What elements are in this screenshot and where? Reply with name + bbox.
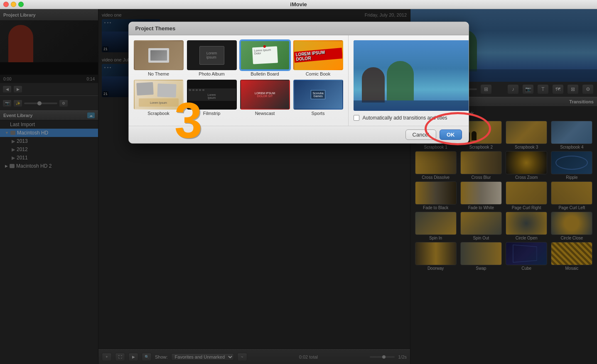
theme-thumb-scrapbook: Lorem Ipsum bbox=[134, 80, 184, 110]
theme-label-photo-album: Photo Album bbox=[199, 71, 224, 76]
dialog-right: Automatically add transitions and titles bbox=[349, 35, 469, 126]
dialog-checkbox[interactable] bbox=[354, 115, 359, 121]
zoom-button[interactable] bbox=[18, 2, 24, 7]
theme-thumb-no-theme bbox=[134, 40, 184, 70]
theme-item-sports[interactable]: ScorubaGames Sports bbox=[293, 80, 343, 116]
dialog-overlay: Project Themes No Theme bbox=[0, 9, 597, 364]
theme-item-photo-album[interactable]: Loremipsum Photo Album bbox=[187, 40, 237, 76]
theme-label-bulletin-board: Bulletin Board bbox=[251, 71, 279, 76]
cancel-button[interactable]: Cancel bbox=[405, 129, 436, 140]
pin bbox=[263, 45, 265, 48]
dialog-checkbox-label: Automatically add transitions and titles bbox=[363, 115, 447, 121]
theme-label-scrapbook: Scrapbook bbox=[147, 111, 170, 116]
themes-grid: No Theme Loremipsum Photo Album bbox=[134, 40, 343, 116]
theme-label-filmstrip: Filmstrip bbox=[203, 111, 221, 116]
project-themes-dialog: Project Themes No Theme bbox=[128, 22, 469, 144]
pinned-paper: Lorem IpsumDolor bbox=[252, 46, 278, 64]
minimize-button[interactable] bbox=[11, 2, 16, 7]
theme-thumb-photo-album: Loremipsum bbox=[187, 40, 237, 70]
ok-button[interactable]: OK bbox=[440, 129, 462, 140]
theme-item-scrapbook[interactable]: Lorem Ipsum Scrapbook bbox=[134, 80, 184, 116]
dialog-body: No Theme Loremipsum Photo Album bbox=[129, 35, 469, 126]
theme-item-no-theme[interactable]: No Theme bbox=[134, 40, 184, 76]
dialog-checkbox-row: Automatically add transitions and titles bbox=[354, 115, 469, 121]
theme-item-comic-book[interactable]: LOREM IPSUM DOLOR Comic Book bbox=[293, 40, 343, 76]
dialog-header: Project Themes bbox=[129, 22, 469, 35]
theme-label-no-theme: No Theme bbox=[148, 71, 169, 76]
theme-label-sports: Sports bbox=[312, 111, 325, 116]
theme-thumb-filmstrip: LoremIpsum bbox=[187, 80, 237, 110]
theme-item-newscast[interactable]: LOREM IPSUMDOLOR SIT Newscast bbox=[240, 80, 290, 116]
theme-thumb-sports: ScorubaGames bbox=[293, 80, 343, 110]
dialog-buttons: Cancel OK bbox=[129, 126, 469, 143]
titlebar: iMovie bbox=[0, 0, 597, 9]
theme-label-newscast: Newscast bbox=[255, 111, 275, 116]
theme-thumb-bulletin-board: Lorem IpsumDolor bbox=[240, 40, 290, 70]
close-button[interactable] bbox=[3, 2, 9, 7]
theme-item-bulletin-board[interactable]: Lorem IpsumDolor Bulletin Board bbox=[240, 40, 290, 76]
theme-thumb-comic-book: LOREM IPSUM DOLOR bbox=[293, 40, 343, 70]
window-title: iMovie bbox=[290, 1, 307, 7]
theme-item-filmstrip[interactable]: LoremIpsum Filmstrip bbox=[187, 80, 237, 116]
themes-grid-area: No Theme Loremipsum Photo Album bbox=[129, 35, 349, 126]
traffic-lights bbox=[3, 2, 24, 7]
theme-label-comic-book: Comic Book bbox=[306, 71, 330, 76]
bulletin-inner: Lorem IpsumDolor bbox=[241, 41, 289, 69]
dialog-preview-photo bbox=[354, 40, 469, 111]
dialog-title: Project Themes bbox=[135, 25, 176, 32]
theme-thumb-newscast: LOREM IPSUMDOLOR SIT bbox=[240, 80, 290, 110]
